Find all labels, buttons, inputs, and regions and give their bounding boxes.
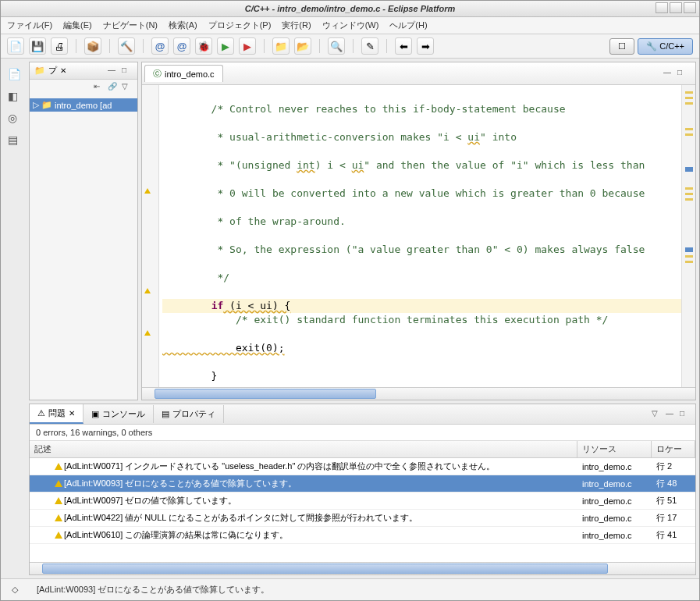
problems-hscrollbar[interactable] xyxy=(30,562,695,574)
window-title: C/C++ - intro_demo/intro_demo.c - Eclips… xyxy=(245,4,456,13)
table-row[interactable]: [AdLint:W0071] インクルードされている "useless_head… xyxy=(30,458,695,475)
close-tab-icon[interactable]: ✕ xyxy=(69,409,75,418)
maximize-editor-icon[interactable]: □ xyxy=(677,68,688,79)
rail-target-icon[interactable]: ◎ xyxy=(8,112,22,126)
rail-file-icon[interactable]: 📄 xyxy=(8,68,22,82)
maximize-button[interactable] xyxy=(670,2,682,13)
forward-button[interactable]: ➡ xyxy=(417,37,434,55)
menu-edit[interactable]: 編集(E) xyxy=(63,20,92,31)
warning-marker-icon[interactable] xyxy=(144,328,151,337)
menu-navigate[interactable]: ナビゲート(N) xyxy=(103,20,158,31)
link-icon[interactable]: 🔗 xyxy=(108,82,119,93)
scrollbar-thumb[interactable] xyxy=(42,564,608,574)
code-area[interactable]: /* Control never reaches to this if-body… xyxy=(159,85,681,387)
minimize-button[interactable] xyxy=(656,2,668,13)
hammer-button[interactable]: 🔨 xyxy=(118,37,135,55)
project-tree[interactable]: ▷ 📁 intro_demo [ad xyxy=(30,95,137,400)
col-description[interactable]: 記述 xyxy=(30,441,577,457)
console-icon: ▣ xyxy=(91,409,99,419)
new-button[interactable]: 📄 xyxy=(7,37,24,55)
folder1-button[interactable]: 📁 xyxy=(272,37,290,55)
build-button[interactable]: 📦 xyxy=(84,37,101,55)
col-location[interactable]: ロケー xyxy=(652,441,695,457)
menu-run[interactable]: 実行(R) xyxy=(282,20,311,31)
menu-help[interactable]: ヘルプ(H) xyxy=(389,20,427,31)
project-item[interactable]: ▷ 📁 intro_demo [ad xyxy=(30,98,137,112)
editor-tab[interactable]: ⓒ intro_demo.c xyxy=(144,65,223,82)
maximize-view-icon[interactable]: □ xyxy=(122,66,133,76)
back-button[interactable]: ⬅ xyxy=(395,37,412,55)
minimize-editor-icon[interactable]: — xyxy=(663,68,674,79)
warning-marker-icon[interactable] xyxy=(144,186,151,195)
properties-icon: ▤ xyxy=(162,409,169,419)
menubar: ファイル(F) 編集(E) ナビゲート(N) 検索(A) プロジェクト(P) 実… xyxy=(1,17,699,34)
separator xyxy=(386,39,387,53)
main-area: 📄 ◧ ◎ ▤ 📁 プ ✕ — □ xyxy=(1,59,699,578)
table-row[interactable]: [AdLint:W0093] ゼロになることがある値で除算しています。intro… xyxy=(30,475,695,493)
close-button[interactable] xyxy=(684,2,696,13)
menu-file[interactable]: ファイル(F) xyxy=(7,20,52,31)
project-tab-label[interactable]: プ xyxy=(48,65,57,76)
tab-problems[interactable]: ⚠問題 ✕ xyxy=(30,404,84,424)
col-resource[interactable]: リソース xyxy=(577,441,652,457)
tab-console[interactable]: ▣コンソール xyxy=(84,405,154,423)
row-resource: intro_demo.c xyxy=(577,530,652,541)
problems-panel: ⚠問題 ✕ ▣コンソール ▤プロパティ ▽ — □ 0 errors, 16 w… xyxy=(29,404,696,575)
menu-project[interactable]: プロジェクト(P) xyxy=(208,20,272,31)
editor-body[interactable]: /* Control never reaches to this if-body… xyxy=(142,85,695,387)
project-name: intro_demo [ad xyxy=(55,101,112,110)
row-location: 行 2 xyxy=(652,460,695,473)
folder2-button[interactable]: 📂 xyxy=(294,37,311,55)
at-button[interactable]: @ xyxy=(151,37,169,55)
table-row[interactable]: [AdLint:W0422] 値が NULL になることがあるポインタに対して間… xyxy=(30,510,695,527)
open-perspective-button[interactable]: ☐ xyxy=(609,38,634,55)
left-rail: 📄 ◧ ◎ ▤ xyxy=(4,62,26,575)
row-location: 行 17 xyxy=(652,511,695,525)
problems-header: 記述 リソース ロケー xyxy=(30,441,695,458)
expand-icon[interactable]: ▷ xyxy=(33,100,39,110)
right-gutter[interactable] xyxy=(681,85,695,387)
at2-button[interactable]: @ xyxy=(173,37,190,55)
editor-hscrollbar[interactable] xyxy=(142,387,695,400)
close-tab-icon[interactable]: ✕ xyxy=(60,66,66,75)
bottom-tabs: ⚠問題 ✕ ▣コンソール ▤プロパティ ▽ — □ xyxy=(30,404,695,425)
cpp-perspective-button[interactable]: 🔧 C/C++ xyxy=(638,38,693,55)
ext-button[interactable]: ▶ xyxy=(239,37,256,55)
warning-icon xyxy=(30,530,59,541)
minimize-view-icon[interactable]: — xyxy=(666,409,677,420)
collapse-icon[interactable]: ⇤ xyxy=(94,82,105,93)
run-button[interactable]: ▶ xyxy=(217,37,234,55)
rail-make-icon[interactable]: ▤ xyxy=(8,133,22,148)
separator xyxy=(76,39,76,53)
table-row[interactable]: [AdLint:W0610] この論理演算の結果は常に偽になります。intro_… xyxy=(30,527,695,544)
row-description: [AdLint:W0422] 値が NULL になることがあるポインタに対して間… xyxy=(59,511,577,525)
menu-icon[interactable]: ▽ xyxy=(122,82,133,93)
scrollbar-thumb[interactable] xyxy=(155,389,376,399)
row-resource: intro_demo.c xyxy=(577,478,652,489)
search-button[interactable]: 🔍 xyxy=(328,37,345,55)
warning-marker-icon[interactable] xyxy=(144,286,151,295)
titlebar: C/C++ - intro_demo/intro_demo.c - Eclips… xyxy=(1,1,699,17)
project-toolbar: ⇤ 🔗 ▽ xyxy=(30,80,137,95)
minimize-view-icon[interactable]: — xyxy=(108,66,119,76)
separator xyxy=(264,39,265,53)
perspective-switcher: ☐ 🔧 C/C++ xyxy=(609,38,693,55)
menu-search[interactable]: 検索(A) xyxy=(169,20,197,31)
menu-window[interactable]: ウィンドウ(W) xyxy=(322,20,379,31)
row-resource: intro_demo.c xyxy=(577,513,652,524)
app-window: C/C++ - intro_demo/intro_demo.c - Eclips… xyxy=(0,0,700,601)
editor-tabbar: ⓒ intro_demo.c — □ xyxy=(142,62,695,85)
row-description: [AdLint:W0093] ゼロになることがある値で除算しています。 xyxy=(59,477,577,490)
table-row[interactable]: [AdLint:W0097] ゼロの値で除算しています。intro_demo.c… xyxy=(30,493,695,510)
warning-icon xyxy=(30,513,59,524)
debug-button[interactable]: 🐞 xyxy=(195,37,212,55)
rail-outline-icon[interactable]: ◧ xyxy=(8,90,22,104)
save-button[interactable]: 💾 xyxy=(29,37,46,55)
separator xyxy=(143,39,144,53)
tab-properties[interactable]: ▤プロパティ xyxy=(154,405,224,423)
print-button[interactable]: 🖨 xyxy=(51,37,68,55)
problems-table: 記述 リソース ロケー [AdLint:W0071] インクルードされている "… xyxy=(30,441,695,562)
maximize-view-icon[interactable]: □ xyxy=(680,409,691,420)
wand-button[interactable]: ✎ xyxy=(361,37,378,55)
view-menu-icon[interactable]: ▽ xyxy=(652,409,663,420)
